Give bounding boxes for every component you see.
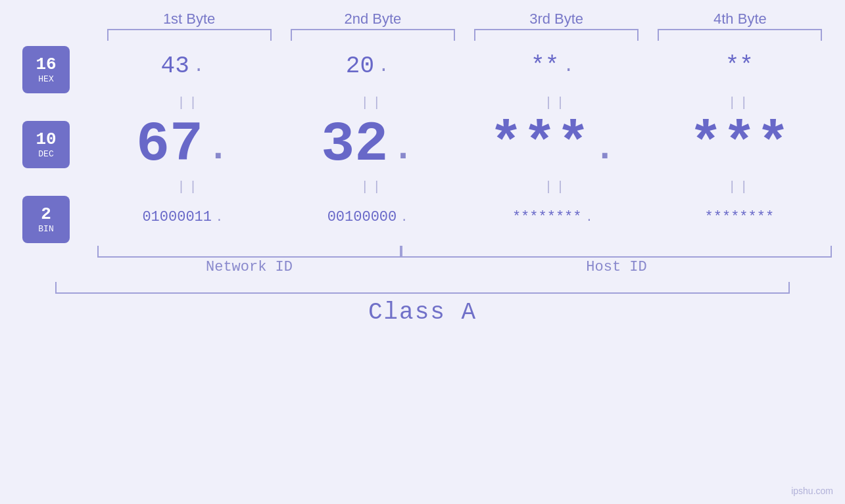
pipe-2-b3: || — [474, 179, 639, 195]
watermark: ipshu.com — [791, 486, 833, 496]
pipe-1-b3: || — [474, 95, 639, 110]
bracket-top-2 — [291, 29, 455, 41]
class-label: Class A — [368, 299, 477, 326]
hex-b4: ** — [657, 53, 821, 80]
dec-b3: *** . — [472, 113, 637, 177]
pipe-1-b1: || — [107, 95, 272, 110]
byte1-header: 1st Byte — [107, 11, 272, 28]
dec-b1: 67 . — [103, 113, 267, 177]
hex-b2: 20 . — [287, 53, 452, 80]
byte4-header: 4th Byte — [658, 11, 822, 28]
pipe-2-b1: || — [107, 179, 272, 195]
bracket-top-1 — [107, 29, 272, 41]
hex-b1: 43 . — [103, 53, 267, 80]
bin-b3: ******** . — [472, 209, 637, 225]
hex-badge: 16 HEX — [22, 46, 70, 93]
bracket-top-3 — [474, 29, 639, 41]
main-container: 1st Byte 2nd Byte 3rd Byte 4th Byte 16 H… — [0, 0, 845, 504]
bin-badge: 2 BIN — [22, 196, 70, 243]
bin-b1: 01000011 . — [103, 209, 267, 225]
bin-b2: 00100000 . — [287, 209, 452, 225]
pipe-2-b2: || — [291, 179, 455, 195]
bracket-top-4 — [658, 29, 822, 41]
dec-b2: 32 . — [287, 113, 452, 177]
byte2-header: 2nd Byte — [291, 11, 455, 28]
network-id-label: Network ID — [97, 259, 401, 275]
pipe-1-b2: || — [291, 95, 455, 110]
big-bottom-bracket — [55, 282, 790, 294]
bracket-host — [401, 246, 832, 258]
pipe-2-b4: || — [658, 179, 822, 195]
dec-b4: *** — [657, 113, 821, 177]
hex-b3: ** . — [472, 53, 637, 80]
dec-badge: 10 DEC — [22, 121, 70, 168]
host-id-label: Host ID — [401, 259, 832, 275]
bracket-network — [97, 246, 401, 258]
bin-b4: ******** — [657, 209, 821, 225]
pipe-1-b4: || — [658, 95, 822, 110]
byte3-header: 3rd Byte — [474, 11, 639, 28]
